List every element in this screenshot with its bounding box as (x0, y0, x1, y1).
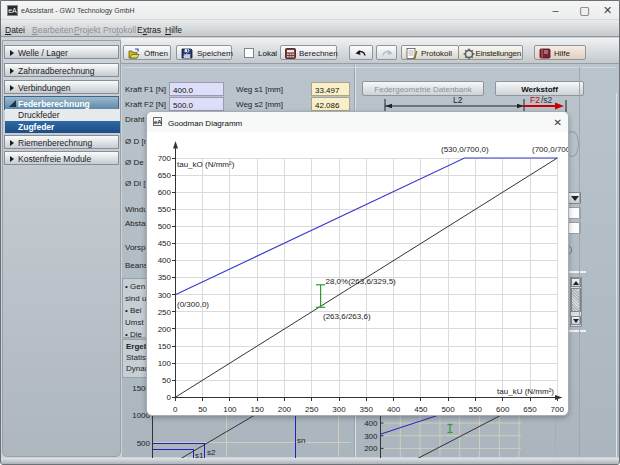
svg-text:300: 300 (364, 432, 378, 441)
svg-text:F2: F2 (530, 95, 540, 105)
svg-text:300: 300 (332, 405, 346, 414)
svg-text:sn: sn (297, 436, 305, 445)
svg-text:250: 250 (305, 405, 319, 414)
svg-text:250: 250 (158, 308, 172, 317)
svg-text:400: 400 (387, 405, 401, 414)
svg-text:50: 50 (162, 376, 171, 385)
svg-text:350: 350 (158, 273, 172, 282)
svg-text:200: 200 (158, 325, 172, 334)
svg-text:400: 400 (364, 419, 378, 428)
svg-text:600: 600 (496, 405, 510, 414)
svg-text:50: 50 (198, 405, 207, 414)
svg-text:450: 450 (414, 405, 428, 414)
svg-text:100: 100 (158, 359, 172, 368)
svg-text:150: 150 (158, 342, 172, 351)
svg-text:/s2: /s2 (541, 95, 553, 105)
svg-text:100: 100 (223, 405, 237, 414)
svg-text:600: 600 (158, 188, 172, 197)
svg-text:200: 200 (364, 444, 378, 453)
svg-text:350: 350 (360, 405, 374, 414)
svg-text:s2: s2 (207, 448, 216, 457)
svg-text:150: 150 (251, 405, 265, 414)
svg-text:(0/300,0): (0/300,0) (177, 300, 209, 309)
svg-text:(530,0/700,0): (530,0/700,0) (441, 145, 489, 154)
svg-text:200: 200 (278, 405, 292, 414)
svg-text:650: 650 (523, 405, 537, 414)
svg-text:450: 450 (158, 239, 172, 248)
svg-text:700: 700 (551, 405, 565, 414)
svg-text:550: 550 (469, 405, 483, 414)
svg-text:L2: L2 (453, 95, 463, 105)
svg-text:550: 550 (158, 205, 172, 214)
svg-text:0: 0 (167, 393, 172, 402)
svg-text:0: 0 (173, 405, 178, 414)
svg-text:28,0%(263,6/329,5): 28,0%(263,6/329,5) (326, 277, 397, 286)
svg-text:700: 700 (158, 154, 172, 163)
svg-text:tau_kU (N/mm²): tau_kU (N/mm²) (497, 387, 554, 396)
svg-text:tau_kO (N/mm²): tau_kO (N/mm²) (177, 160, 235, 169)
svg-text:(263,6/263,6): (263,6/263,6) (323, 312, 371, 321)
svg-text:500: 500 (158, 222, 172, 231)
svg-text:(700,0/700,0): (700,0/700,0) (532, 145, 568, 154)
svg-text:s1: s1 (195, 451, 204, 458)
svg-text:300: 300 (158, 291, 172, 300)
svg-text:500: 500 (137, 439, 151, 448)
svg-text:400: 400 (158, 256, 172, 265)
svg-text:500: 500 (441, 405, 455, 414)
svg-text:650: 650 (158, 171, 172, 180)
